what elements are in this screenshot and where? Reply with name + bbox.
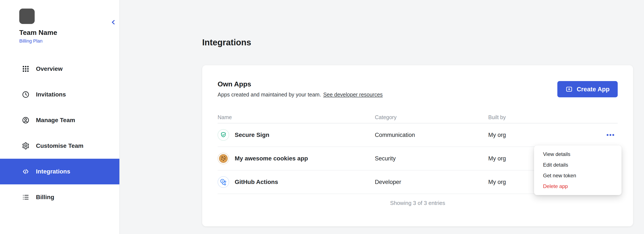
team-block: Team Name Billing Plan (19, 8, 57, 44)
sidebar-nav: Overview Invitations Manage Team Customi… (0, 56, 120, 210)
app-built-by: My org (488, 132, 587, 138)
table-header-row: Name Category Built by (218, 112, 618, 124)
collapse-sidebar-button[interactable] (108, 17, 119, 28)
page-title: Integrations (202, 38, 251, 47)
own-apps-subtitle: Apps created and maintained by your team… (218, 92, 383, 98)
code-icon (22, 167, 30, 176)
sidebar-item-label: Invitations (36, 91, 66, 98)
developer-resources-link[interactable]: See developer resources (323, 92, 383, 98)
table-footer: Showing 3 of 3 entries (218, 194, 618, 212)
chevron-left-icon (110, 18, 117, 27)
table-row: Secure Sign Communication My org (218, 124, 618, 147)
github-actions-icon (220, 178, 227, 186)
card-header: Own Apps Apps created and maintained by … (218, 80, 618, 98)
cookie-icon (218, 154, 228, 164)
header-built-by: Built by (488, 114, 587, 120)
grid-icon (22, 64, 30, 73)
user-icon (22, 116, 30, 124)
app-category: Developer (375, 179, 488, 186)
sidebar-item-overview[interactable]: Overview (0, 56, 120, 82)
app-window-plus-icon (566, 86, 573, 93)
billing-plan-link[interactable]: Billing Plan (19, 38, 57, 44)
sidebar-item-customise-team[interactable]: Customise Team (0, 133, 120, 159)
app-name: My awesome cookies app (235, 155, 308, 162)
clock-icon (22, 90, 30, 99)
app-name: GitHub Actions (235, 178, 278, 186)
sidebar-item-label: Customise Team (36, 142, 84, 149)
own-apps-card: Own Apps Apps created and maintained by … (202, 65, 633, 226)
own-apps-title: Own Apps (218, 80, 383, 88)
team-logo (19, 8, 35, 24)
header-category: Category (375, 114, 488, 120)
header-name: Name (218, 114, 375, 120)
sidebar-item-billing[interactable]: Billing (0, 184, 120, 210)
app-avatar (218, 129, 229, 141)
sidebar-item-manage-team[interactable]: Manage Team (0, 107, 120, 133)
sidebar-item-label: Overview (36, 66, 63, 72)
create-app-label: Create App (576, 86, 610, 93)
context-menu: View details Edit details Get new token … (534, 146, 622, 195)
app-avatar (218, 176, 229, 188)
subtitle-text: Apps created and maintained by your team… (218, 92, 321, 98)
sidebar: Team Name Billing Plan Overview Invitati… (0, 0, 120, 234)
list-icon (22, 193, 30, 202)
app-category: Communication (375, 132, 488, 138)
team-name: Team Name (19, 29, 57, 36)
create-app-button[interactable]: Create App (557, 81, 618, 97)
app-name: Secure Sign (235, 132, 269, 138)
sidebar-item-label: Billing (36, 194, 54, 201)
app-avatar (218, 153, 229, 164)
sidebar-item-integrations[interactable]: Integrations (0, 159, 120, 184)
menu-item-delete-app[interactable]: Delete app (534, 181, 622, 192)
sidebar-item-invitations[interactable]: Invitations (0, 82, 120, 107)
menu-item-view-details[interactable]: View details (534, 149, 622, 160)
sidebar-item-label: Manage Team (36, 117, 75, 124)
app-category: Security (375, 155, 488, 162)
row-actions-button[interactable] (604, 131, 617, 138)
menu-item-get-new-token[interactable]: Get new token (534, 170, 622, 181)
menu-item-edit-details[interactable]: Edit details (534, 160, 622, 170)
ellipsis-icon (606, 134, 615, 136)
sidebar-item-label: Integrations (36, 168, 70, 175)
gear-icon (22, 142, 30, 150)
shield-check-icon (220, 132, 227, 138)
